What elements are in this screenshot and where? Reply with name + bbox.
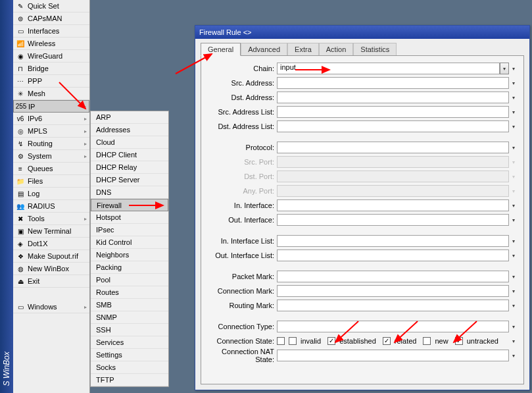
- menu-item-system[interactable]: ⚙System▸: [13, 150, 89, 163]
- submenu-item-arp[interactable]: ARP: [91, 111, 168, 124]
- submenu-item-smb[interactable]: SMB: [91, 299, 168, 311]
- checkbox-new[interactable]: [423, 337, 431, 345]
- expand-arrow-icon[interactable]: ▾: [509, 214, 518, 226]
- input-ctype[interactable]: [277, 321, 509, 332]
- submenu-item-services[interactable]: Services: [91, 336, 168, 349]
- expand-arrow-icon[interactable]: ▾: [509, 199, 518, 211]
- expand-arrow-icon[interactable]: ▾: [509, 350, 518, 361]
- menu-item-quick-set[interactable]: ✎Quick Set: [13, 0, 89, 13]
- menu-item-label: MPLS: [28, 127, 83, 135]
- submenu-item-kid-control[interactable]: Kid Control: [91, 236, 168, 249]
- checkbox-related[interactable]: ✓: [383, 337, 391, 345]
- submenu-item-pool[interactable]: Pool: [91, 274, 168, 286]
- submenu-item-settings[interactable]: Settings: [91, 349, 168, 361]
- submenu-item-tftp[interactable]: TFTP: [91, 374, 168, 386]
- menu-item-files[interactable]: 📁Files: [13, 175, 89, 188]
- expand-arrow-icon[interactable]: ▾: [509, 170, 518, 182]
- menu-item-mpls[interactable]: ◎MPLS▸: [13, 125, 89, 138]
- input-inif[interactable]: [277, 199, 509, 211]
- menu-item-new-winbox[interactable]: ◍New WinBox: [13, 263, 89, 275]
- input-outiflist[interactable]: [277, 249, 509, 261]
- expand-arrow-icon[interactable]: ▾: [509, 185, 518, 197]
- submenu-item-cloud[interactable]: Cloud: [91, 136, 168, 149]
- dropdown-button[interactable]: ▾: [500, 63, 509, 74]
- menu-item-new-terminal[interactable]: ▣New Terminal: [13, 225, 89, 238]
- submenu-item-dhcp-server[interactable]: DHCP Server: [91, 174, 168, 186]
- expand-arrow-icon[interactable]: ▾: [509, 63, 518, 74]
- input-chain[interactable]: input: [277, 63, 500, 74]
- menu-item-bridge[interactable]: ⊓Bridge: [13, 63, 89, 75]
- tab-action[interactable]: Action: [319, 43, 354, 56]
- expand-arrow-icon[interactable]: ▾: [509, 335, 518, 347]
- menu-item-exit[interactable]: ⏏Exit: [13, 275, 89, 288]
- expand-arrow-icon[interactable]: ▾: [509, 285, 518, 297]
- menu-item-ip[interactable]: 255IP▸: [13, 100, 89, 113]
- menu-item-ppp[interactable]: ⋯PPP: [13, 75, 89, 88]
- menu-item-make-supout-rif[interactable]: ❖Make Supout.rif: [13, 250, 89, 263]
- menu-item-tools[interactable]: ✖Tools▸: [13, 213, 89, 225]
- submenu-item-ssh[interactable]: SSH: [91, 324, 168, 336]
- menu-item-capsman[interactable]: ⊚CAPsMAN: [13, 13, 89, 25]
- menu-item-interfaces[interactable]: ▭Interfaces: [13, 25, 89, 38]
- submenu-item-packing[interactable]: Packing: [91, 261, 168, 274]
- menu-item-routing[interactable]: ↯Routing▸: [13, 138, 89, 150]
- submenu-item-snmp[interactable]: SNMP: [91, 311, 168, 324]
- tab-advanced[interactable]: Advanced: [241, 43, 287, 56]
- expand-arrow-icon[interactable]: ▾: [509, 321, 518, 332]
- submenu-item-dns[interactable]: DNS: [91, 186, 168, 199]
- input-iniflist[interactable]: [277, 235, 509, 247]
- menu-item-ipv6[interactable]: v6IPv6▸: [13, 113, 89, 125]
- expand-arrow-icon[interactable]: ▾: [509, 235, 518, 247]
- submenu-item-dhcp-client[interactable]: DHCP Client: [91, 149, 168, 161]
- submenu-item-ipsec[interactable]: IPsec: [91, 224, 168, 236]
- checkbox-expand[interactable]: [277, 337, 285, 345]
- checkbox-untracked[interactable]: ✓: [455, 337, 463, 345]
- input-rmark[interactable]: [277, 300, 509, 311]
- input-dstlist[interactable]: [277, 120, 509, 132]
- input-srcaddr[interactable]: [277, 77, 509, 89]
- menu-item-queues[interactable]: ≡Queues: [13, 163, 89, 175]
- menu-item-label: Exit: [28, 277, 87, 285]
- menu-icon: 📶: [16, 39, 25, 48]
- window-title[interactable]: Firewall Rule <>: [195, 26, 529, 39]
- expand-arrow-icon[interactable]: ▾: [509, 92, 518, 103]
- input-cnat[interactable]: [277, 350, 509, 361]
- submenu-item-firewall[interactable]: Firewall: [91, 199, 168, 211]
- input-srclist[interactable]: [277, 106, 509, 118]
- label-srcaddr: Src. Address:: [201, 79, 277, 87]
- checkbox-invalid[interactable]: [289, 337, 297, 345]
- menu-item-mesh[interactable]: ✳Mesh: [13, 88, 89, 100]
- tab-general[interactable]: General: [201, 43, 241, 56]
- input-pmark[interactable]: [277, 271, 509, 282]
- submenu-item-addresses[interactable]: Addresses: [91, 124, 168, 136]
- menu-item-windows[interactable]: ▭Windows▸: [13, 301, 89, 313]
- input-cmark[interactable]: [277, 285, 509, 297]
- submenu-item-routes[interactable]: Routes: [91, 286, 168, 299]
- tab-extra[interactable]: Extra: [287, 43, 319, 56]
- label-iniflist: In. Interface List:: [201, 237, 277, 245]
- expand-arrow-icon[interactable]: ▾: [509, 77, 518, 89]
- expand-arrow-icon[interactable]: ▾: [509, 120, 518, 132]
- expand-arrow-icon[interactable]: ▾: [509, 300, 518, 311]
- input-dstaddr[interactable]: [277, 92, 509, 103]
- menu-item-radius[interactable]: 👥RADIUS: [13, 200, 89, 213]
- expand-arrow-icon[interactable]: ▾: [509, 271, 518, 282]
- input-outif[interactable]: [277, 214, 509, 226]
- menu-item-dot1x[interactable]: ◈Dot1X: [13, 238, 89, 250]
- input-protocol[interactable]: [277, 142, 509, 153]
- tab-statistics[interactable]: Statistics: [353, 43, 397, 56]
- submenu-item-neighbors[interactable]: Neighbors: [91, 249, 168, 261]
- submenu-item-hotspot[interactable]: Hotspot: [91, 211, 168, 224]
- expand-arrow-icon[interactable]: ▾: [509, 142, 518, 153]
- row-cstate: Connection State:invalid✓established✓rel…: [201, 334, 518, 348]
- submenu-item-dhcp-relay[interactable]: DHCP Relay: [91, 161, 168, 174]
- expand-arrow-icon[interactable]: ▾: [509, 106, 518, 118]
- menu-item-wireless[interactable]: 📶Wireless: [13, 38, 89, 50]
- checkbox-established[interactable]: ✓: [327, 337, 335, 345]
- expand-arrow-icon[interactable]: ▾: [509, 249, 518, 261]
- menu-icon: ✎: [16, 1, 25, 11]
- menu-item-log[interactable]: ▤Log: [13, 188, 89, 200]
- expand-arrow-icon[interactable]: ▾: [509, 156, 518, 168]
- submenu-item-socks[interactable]: Socks: [91, 361, 168, 374]
- menu-item-wireguard[interactable]: ◉WireGuard: [13, 50, 89, 63]
